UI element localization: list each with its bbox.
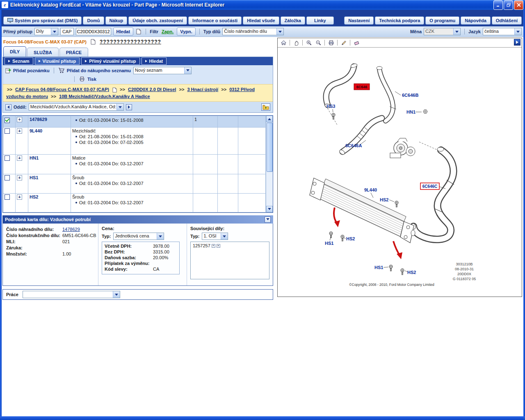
- detail-grid-icon[interactable]: ▪: [217, 244, 220, 248]
- diagram-callout[interactable]: 6C646B: [402, 93, 418, 98]
- filter-on-button[interactable]: Zapn.: [160, 29, 175, 34]
- nav-help-button[interactable]: Nápověda: [461, 16, 491, 25]
- price-type-select[interactable]: Jednotková cena: [113, 233, 164, 240]
- part-number-link[interactable]: 9L440: [30, 128, 42, 133]
- validity-dates: Od: 01-03-2004 Do: 03-12-2007: [79, 181, 144, 186]
- minimize-button[interactable]: [493, 0, 503, 10]
- document-icon[interactable]: [111, 87, 118, 93]
- related-type-select[interactable]: 1. OSI: [202, 233, 228, 240]
- part-number-link[interactable]: 1478629: [30, 117, 47, 122]
- expand-plus-icon[interactable]: +: [17, 175, 22, 180]
- row-checkbox[interactable]: [5, 118, 10, 123]
- diagram-callout[interactable]: HN1: [406, 110, 415, 114]
- bullet-icon: [75, 163, 77, 164]
- close-button[interactable]: [514, 0, 523, 10]
- subnav-vizualni-pristup-button[interactable]: Vizuální přístup: [35, 57, 80, 65]
- diagram-callout[interactable]: HS2: [407, 270, 416, 275]
- add-to-shopping-list-button[interactable]: Přidat do nákupního seznamu: [58, 68, 131, 73]
- breadcrumb-engine-link[interactable]: C20DD0X 2.0 DI Diesel: [128, 87, 176, 92]
- filter-off-button[interactable]: Vypn.: [177, 27, 196, 36]
- chevron-down-icon: [266, 218, 269, 222]
- works-select[interactable]: [23, 291, 120, 298]
- detail-part-number-link[interactable]: 1478629: [62, 227, 80, 232]
- nav-purchase-button[interactable]: Nákup: [105, 16, 128, 25]
- chevron-down-icon: [51, 28, 58, 35]
- nav-support-button[interactable]: Technická podpora: [375, 16, 424, 25]
- diagram-callout[interactable]: HS1: [325, 241, 333, 246]
- part-number-link[interactable]: HS1: [30, 175, 38, 180]
- language-select[interactable]: čeština: [483, 28, 522, 35]
- section-select[interactable]: Mezichladič/Vzduch.Kanálky A Hadice, Od:…: [29, 103, 124, 111]
- document-icon[interactable]: [90, 39, 96, 45]
- row-checkbox[interactable]: [5, 194, 10, 200]
- diagram-callout[interactable]: 6C646: [356, 85, 368, 89]
- detail-collapse-button[interactable]: [265, 217, 271, 223]
- subnav-hledat-button[interactable]: Hledat: [142, 57, 167, 65]
- part-number-link[interactable]: HN1: [30, 155, 39, 160]
- nav-links-button[interactable]: Linky: [306, 16, 334, 25]
- breadcrumb-section-link[interactable]: 10B Mezichladič/Vzduch.Kanálky A Hadice: [59, 94, 150, 99]
- add-note-button[interactable]: Přidat poznámku: [5, 68, 50, 73]
- diagram-callout[interactable]: HS2: [346, 236, 355, 241]
- tab-prace[interactable]: PRÁCE: [59, 48, 89, 57]
- breadcrumb-vehicle-link[interactable]: CAP Focus 04-08/Focus C-MAX 03-07 (CAP): [15, 87, 109, 92]
- expand-plus-icon[interactable]: +: [17, 194, 22, 200]
- cell-checkbox: [3, 174, 16, 193]
- pan-icon[interactable]: [293, 39, 299, 46]
- row-checkbox[interactable]: [5, 128, 10, 134]
- diagram-callout[interactable]: HS3: [326, 104, 335, 109]
- arrow-right-icon: [145, 60, 147, 62]
- nav-search-all-button[interactable]: Hledat všude: [243, 16, 279, 25]
- maximize-button[interactable]: [504, 0, 513, 10]
- part-type-select[interactable]: Číslo náhradního dílu: [222, 28, 284, 35]
- nav-bookmark-button[interactable]: Záložka: [281, 16, 305, 25]
- shopping-list-select[interactable]: Nový seznam: [133, 67, 192, 74]
- section-prev-button[interactable]: [5, 104, 11, 110]
- scroll-down-button[interactable]: [266, 206, 273, 212]
- zoom-in-icon[interactable]: [306, 39, 312, 46]
- row-checkbox[interactable]: [5, 155, 10, 161]
- zoom-out-icon[interactable]: [315, 39, 322, 46]
- expand-plus-icon[interactable]: +: [17, 128, 22, 134]
- section-next-button[interactable]: [126, 104, 132, 110]
- related-parts-listbox[interactable]: 1257257 + ▪: [190, 242, 269, 279]
- expand-plus-icon[interactable]: +: [212, 244, 215, 248]
- print-button[interactable]: Tisk: [79, 76, 96, 82]
- document-icon[interactable]: [135, 28, 142, 35]
- expand-plus-icon[interactable]: +: [17, 117, 22, 122]
- breadcrumb-group-link[interactable]: 3 Hnací ústrojí: [187, 87, 218, 92]
- diagram-callout[interactable]: 9L440: [364, 187, 377, 192]
- nav-part-info-button[interactable]: Informace o součásti: [188, 16, 242, 25]
- mli-value: 021: [62, 239, 70, 244]
- expand-plus-icon[interactable]: +: [17, 155, 22, 161]
- nav-logout-button[interactable]: Odhlášení: [492, 16, 522, 25]
- tab-sluzba[interactable]: SLUŽBA: [27, 48, 59, 57]
- tab-dily[interactable]: DÍLY: [3, 46, 26, 57]
- part-number-link[interactable]: HS2: [30, 194, 38, 199]
- nav-about-button[interactable]: O programu: [425, 16, 459, 25]
- scroll-thumb[interactable]: [267, 123, 273, 172]
- search-button[interactable]: Hledat: [113, 27, 134, 36]
- currency-select[interactable]: CZK: [424, 28, 461, 35]
- direct-access-select[interactable]: Díly: [34, 28, 58, 35]
- print-icon[interactable]: [328, 39, 334, 46]
- subnav-seznam-button[interactable]: Seznam: [5, 57, 33, 65]
- nav-settings-button[interactable]: Nastavení: [344, 16, 374, 25]
- scroll-up-button[interactable]: [266, 116, 273, 122]
- measure-icon[interactable]: [340, 39, 347, 46]
- draw-icon[interactable]: [353, 39, 360, 46]
- diagram-callout[interactable]: HS2: [380, 197, 388, 202]
- folder-up-button[interactable]: [261, 103, 270, 111]
- nav-dms-button[interactable]: Systém pro správu dat (DMS): [3, 16, 82, 25]
- panel-expand-button[interactable]: [514, 39, 520, 46]
- related-part-number[interactable]: 1257257: [193, 243, 210, 248]
- search-input[interactable]: [76, 28, 111, 35]
- home-icon[interactable]: [280, 39, 287, 46]
- diagram-callout[interactable]: 6C646A: [345, 143, 362, 148]
- nav-dealer-data-button[interactable]: Údaje obch. zastoupení: [128, 16, 187, 25]
- subnav-primy-vizualni-pristup-button[interactable]: Přímý vizuální přístup: [81, 57, 139, 65]
- diagram-callout[interactable]: 6C646C: [422, 184, 438, 189]
- nav-home-button[interactable]: Domů: [83, 16, 104, 25]
- diagram-callout[interactable]: HS1: [374, 265, 383, 270]
- row-checkbox[interactable]: [5, 175, 10, 180]
